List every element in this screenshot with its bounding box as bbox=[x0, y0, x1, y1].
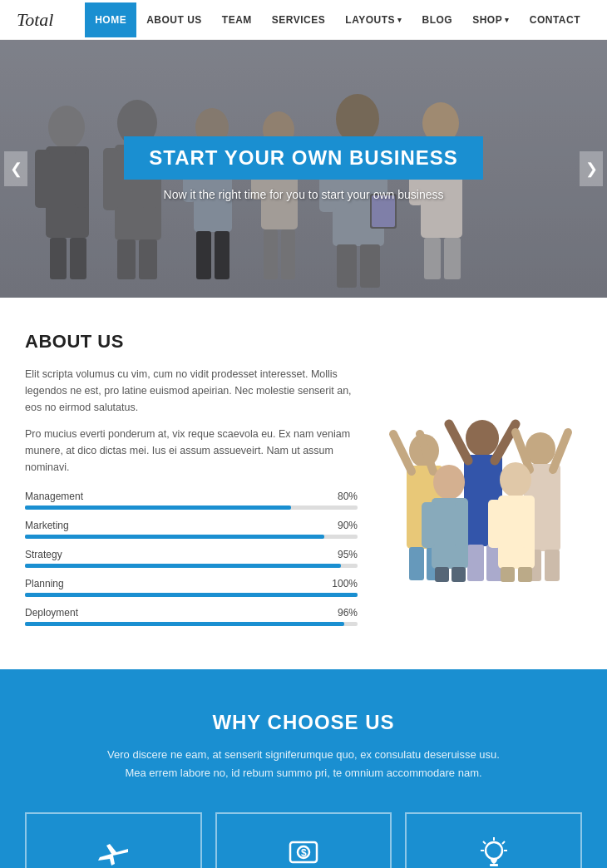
skill-management: Management 80% bbox=[25, 491, 358, 510]
svg-rect-63 bbox=[455, 502, 466, 548]
skill-strategy-track bbox=[25, 564, 358, 568]
skill-strategy-value: 95% bbox=[338, 549, 358, 560]
skill-management-track bbox=[25, 506, 358, 510]
bulb-icon bbox=[477, 837, 511, 868]
about-right bbox=[382, 331, 582, 636]
about-paragraph-2: Pro mucius everti ponderum at, vix reque… bbox=[25, 426, 358, 476]
skill-management-value: 80% bbox=[338, 491, 358, 502]
skill-planning-track bbox=[25, 593, 358, 597]
nav-shop[interactable]: SHOP ▾ bbox=[462, 2, 520, 37]
skill-marketing: Marketing 90% bbox=[25, 520, 358, 539]
hero-next-button[interactable]: ❯ bbox=[580, 151, 603, 186]
about-section: ABOUT US Elit scripta volumus cu vim, cu… bbox=[0, 298, 607, 669]
svg-point-60 bbox=[433, 465, 465, 500]
hero-title: START YOUR OWN BUSINESS bbox=[149, 146, 457, 170]
svg-rect-52 bbox=[467, 545, 484, 581]
svg-rect-59 bbox=[545, 550, 560, 581]
about-left: ABOUT US Elit scripta volumus cu vim, cu… bbox=[25, 331, 358, 636]
skill-deployment-label: Deployment bbox=[25, 607, 78, 619]
skill-strategy-label: Strategy bbox=[25, 549, 62, 560]
why-cards: MODERN TECHNOLOGY Dolor sit ametquo elit… bbox=[25, 812, 582, 868]
about-paragraph-1: Elit scripta volumus cu vim, cum no vidi… bbox=[25, 366, 358, 416]
airplane-icon bbox=[96, 837, 130, 868]
why-card-prices: $ AFFORDABLE PRICES Graece perpetua per … bbox=[215, 812, 392, 868]
svg-point-48 bbox=[466, 420, 499, 456]
hero-section: ❮ START YOUR OWN BUSINESS Now it the rig… bbox=[0, 40, 607, 298]
why-title: WHY CHOOSE US bbox=[25, 711, 582, 734]
svg-rect-71 bbox=[518, 567, 532, 582]
main-nav: HOME ABOUT US TEAM SERVICES LAYOUTS ▾ BL… bbox=[85, 2, 590, 37]
svg-rect-46 bbox=[409, 547, 424, 580]
skill-marketing-value: 90% bbox=[338, 520, 358, 531]
nav-team[interactable]: TEAM bbox=[212, 2, 262, 37]
hero-title-box: START YOUR OWN BUSINESS bbox=[124, 136, 482, 180]
skill-planning-label: Planning bbox=[25, 578, 64, 589]
logo: Total bbox=[17, 9, 53, 31]
why-card-support: 24/7 ONLINE SUPPORT Ne meis volutpat par… bbox=[405, 812, 582, 868]
svg-rect-65 bbox=[452, 567, 466, 582]
hero-prev-button[interactable]: ❮ bbox=[4, 151, 27, 186]
about-people-image bbox=[387, 384, 578, 584]
shop-arrow: ▾ bbox=[505, 16, 510, 24]
nav-blog[interactable]: BLOG bbox=[412, 2, 463, 37]
skill-deployment-value: 96% bbox=[338, 607, 358, 619]
nav-about[interactable]: ABOUT US bbox=[136, 2, 212, 37]
nav-home[interactable]: HOME bbox=[85, 2, 136, 37]
svg-rect-62 bbox=[422, 502, 435, 548]
skill-strategy-fill bbox=[25, 564, 341, 568]
nav-layouts[interactable]: LAYOUTS ▾ bbox=[335, 2, 412, 37]
hero-content: START YOUR OWN BUSINESS Now it the right… bbox=[0, 136, 607, 201]
skill-deployment: Deployment 96% bbox=[25, 607, 358, 626]
svg-text:$: $ bbox=[301, 847, 307, 859]
skill-planning: Planning 100% bbox=[25, 578, 358, 597]
svg-line-80 bbox=[483, 841, 486, 844]
skill-management-label: Management bbox=[25, 491, 83, 502]
why-section: WHY CHOOSE US Vero discere ne eam, at se… bbox=[0, 669, 607, 868]
svg-rect-68 bbox=[488, 500, 501, 548]
nav-services[interactable]: SERVICES bbox=[262, 2, 335, 37]
skill-deployment-track bbox=[25, 622, 358, 626]
why-card-technology: MODERN TECHNOLOGY Dolor sit ametquo elit… bbox=[25, 812, 202, 868]
skill-planning-value: 100% bbox=[332, 578, 358, 589]
skill-deployment-fill bbox=[25, 622, 344, 626]
why-subtitle: Vero discere ne eam, at senserit signife… bbox=[87, 746, 520, 782]
about-title: ABOUT US bbox=[25, 331, 358, 353]
svg-point-66 bbox=[500, 462, 531, 497]
skill-strategy: Strategy 95% bbox=[25, 549, 358, 568]
skill-marketing-label: Marketing bbox=[25, 520, 69, 531]
nav-contact[interactable]: CONTACT bbox=[520, 2, 590, 37]
skill-bars: Management 80% Marketing 90% bbox=[25, 491, 358, 626]
layouts-arrow: ▾ bbox=[397, 16, 402, 24]
svg-rect-69 bbox=[521, 500, 533, 548]
skill-management-fill bbox=[25, 506, 291, 510]
header: Total HOME ABOUT US TEAM SERVICES LAYOUT… bbox=[0, 0, 607, 40]
skill-marketing-fill bbox=[25, 535, 324, 539]
hero-subtitle: Now it the right time for you to start y… bbox=[0, 188, 607, 201]
skill-planning-fill bbox=[25, 593, 358, 597]
svg-rect-70 bbox=[501, 567, 515, 582]
svg-rect-64 bbox=[435, 567, 449, 582]
svg-rect-76 bbox=[490, 864, 498, 866]
skill-marketing-track bbox=[25, 535, 358, 539]
svg-line-81 bbox=[502, 841, 505, 844]
dollar-icon: $ bbox=[287, 837, 320, 868]
svg-point-75 bbox=[486, 842, 502, 859]
